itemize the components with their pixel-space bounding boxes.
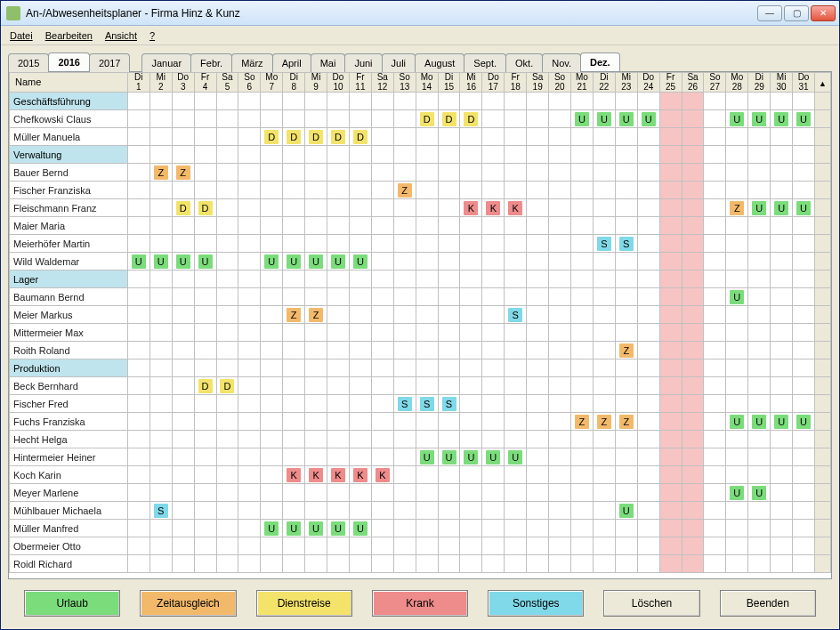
day-cell[interactable]: U: [283, 520, 305, 537]
day-cell[interactable]: K: [305, 466, 327, 484]
day-cell[interactable]: [682, 217, 704, 235]
day-cell[interactable]: [637, 395, 659, 413]
day-header-20[interactable]: So20: [549, 73, 571, 93]
day-cell[interactable]: S: [416, 395, 438, 413]
day-cell[interactable]: [371, 502, 393, 520]
day-header-8[interactable]: Di8: [283, 73, 305, 93]
day-cell[interactable]: [527, 128, 549, 146]
day-cell[interactable]: [261, 164, 283, 182]
day-cell[interactable]: U: [261, 520, 283, 537]
day-cell[interactable]: [194, 288, 216, 306]
day-cell[interactable]: [238, 395, 261, 413]
day-cell[interactable]: [194, 555, 216, 573]
day-cell[interactable]: [349, 342, 371, 359]
day-cell[interactable]: [726, 466, 748, 484]
day-cell[interactable]: [393, 110, 416, 128]
day-cell[interactable]: U: [571, 110, 594, 128]
day-cell[interactable]: [194, 128, 216, 146]
day-cell[interactable]: [549, 466, 571, 484]
day-cell[interactable]: [682, 306, 704, 324]
day-cell[interactable]: [549, 128, 571, 146]
day-cell[interactable]: [305, 182, 327, 199]
day-cell[interactable]: [793, 395, 815, 413]
day-cell[interactable]: S: [593, 235, 615, 253]
day-cell[interactable]: [659, 342, 682, 359]
day-header-14[interactable]: Mo14: [416, 73, 438, 93]
day-cell[interactable]: [505, 377, 527, 395]
day-cell[interactable]: [305, 377, 327, 395]
close-button[interactable]: ✕: [811, 5, 836, 21]
day-cell[interactable]: [371, 182, 393, 199]
day-cell[interactable]: [283, 413, 305, 431]
day-cell[interactable]: [305, 431, 327, 448]
day-cell[interactable]: [771, 324, 793, 342]
day-cell[interactable]: [416, 288, 438, 306]
day-cell[interactable]: [593, 395, 615, 413]
day-cell[interactable]: [283, 342, 305, 359]
day-cell[interactable]: D: [172, 199, 194, 217]
day-cell[interactable]: [704, 253, 726, 271]
day-cell[interactable]: [615, 306, 637, 324]
day-cell[interactable]: [615, 448, 637, 466]
day-cell[interactable]: [438, 377, 460, 395]
day-cell[interactable]: U: [748, 199, 771, 217]
day-cell[interactable]: [438, 235, 460, 253]
day-cell[interactable]: [349, 324, 371, 342]
day-cell[interactable]: D: [349, 128, 371, 146]
month-tab-5[interactable]: Juni: [344, 53, 382, 72]
day-cell[interactable]: [238, 182, 261, 199]
day-cell[interactable]: [793, 288, 815, 306]
day-cell[interactable]: [549, 199, 571, 217]
day-cell[interactable]: [748, 164, 771, 182]
day-cell[interactable]: [172, 448, 194, 466]
day-cell[interactable]: [238, 431, 261, 448]
day-cell[interactable]: [771, 520, 793, 537]
day-cell[interactable]: [748, 395, 771, 413]
day-cell[interactable]: [593, 342, 615, 359]
day-cell[interactable]: [261, 182, 283, 199]
day-cell[interactable]: Z: [283, 306, 305, 324]
day-cell[interactable]: [726, 235, 748, 253]
day-cell[interactable]: [659, 128, 682, 146]
day-cell[interactable]: [637, 217, 659, 235]
scrollbar-track[interactable]: [814, 466, 830, 484]
day-cell[interactable]: [527, 413, 549, 431]
day-cell[interactable]: D: [261, 128, 283, 146]
day-cell[interactable]: [704, 520, 726, 537]
day-cell[interactable]: [682, 395, 704, 413]
day-cell[interactable]: [371, 235, 393, 253]
day-cell[interactable]: [682, 199, 704, 217]
day-cell[interactable]: [704, 110, 726, 128]
scrollbar-track[interactable]: [814, 484, 830, 502]
day-cell[interactable]: [704, 182, 726, 199]
day-cell[interactable]: [659, 182, 682, 199]
day-cell[interactable]: [438, 537, 460, 555]
day-cell[interactable]: U: [438, 448, 460, 466]
day-cell[interactable]: [283, 484, 305, 502]
month-tab-3[interactable]: April: [272, 53, 311, 72]
employee-name[interactable]: Bauer Bernd: [10, 164, 128, 182]
day-cell[interactable]: Z: [615, 342, 637, 359]
day-cell[interactable]: [482, 555, 505, 573]
day-cell[interactable]: [371, 484, 393, 502]
day-cell[interactable]: [482, 377, 505, 395]
day-cell[interactable]: [482, 235, 505, 253]
day-cell[interactable]: [327, 182, 350, 199]
day-cell[interactable]: [238, 520, 261, 537]
day-header-2[interactable]: Mi2: [149, 73, 172, 93]
maximize-button[interactable]: ▢: [784, 5, 809, 21]
employee-name[interactable]: Roith Roland: [10, 342, 128, 359]
day-cell[interactable]: [637, 377, 659, 395]
day-cell[interactable]: [238, 128, 261, 146]
day-cell[interactable]: U: [726, 110, 748, 128]
day-cell[interactable]: [349, 217, 371, 235]
day-cell[interactable]: [482, 324, 505, 342]
day-header-1[interactable]: Di1: [127, 73, 149, 93]
day-cell[interactable]: U: [149, 253, 172, 271]
day-cell[interactable]: [593, 182, 615, 199]
day-cell[interactable]: [726, 395, 748, 413]
month-tab-11[interactable]: Dez.: [580, 52, 620, 71]
day-cell[interactable]: [659, 395, 682, 413]
day-cell[interactable]: [172, 466, 194, 484]
day-cell[interactable]: U: [261, 253, 283, 271]
